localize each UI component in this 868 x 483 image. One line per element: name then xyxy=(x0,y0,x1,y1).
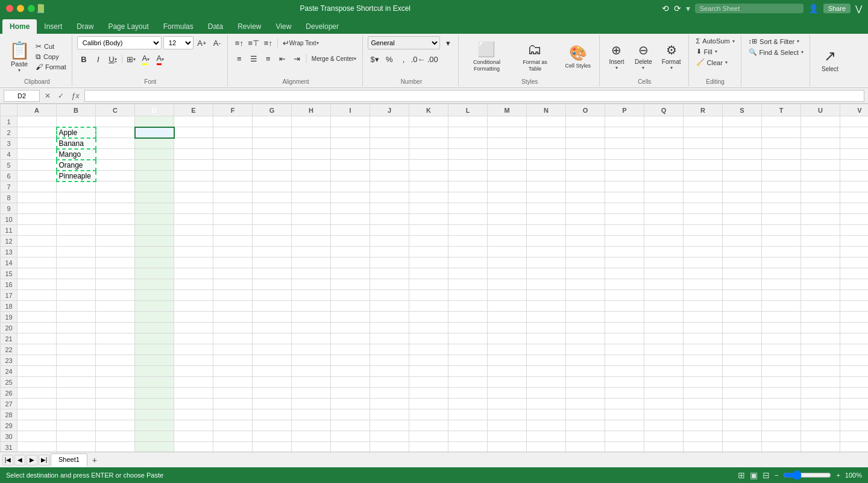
row-header-10[interactable]: 10 xyxy=(1,214,17,225)
cell-P16[interactable] xyxy=(605,279,644,290)
cell-B25[interactable] xyxy=(57,377,96,388)
cell-B29[interactable] xyxy=(57,420,96,431)
cell-Q2[interactable] xyxy=(644,127,684,138)
cell-K15[interactable] xyxy=(409,268,448,279)
cell-R26[interactable] xyxy=(684,388,723,399)
cell-R31[interactable] xyxy=(684,442,723,452)
cell-F2[interactable] xyxy=(213,127,253,138)
cell-E6[interactable] xyxy=(174,171,213,182)
cell-F10[interactable] xyxy=(213,214,253,225)
cell-V23[interactable] xyxy=(840,355,869,366)
cell-T17[interactable] xyxy=(762,290,801,301)
cell-N12[interactable] xyxy=(527,236,566,247)
cell-U10[interactable] xyxy=(801,214,840,225)
cell-V1[interactable] xyxy=(840,116,869,127)
cell-U12[interactable] xyxy=(801,236,840,247)
close-button[interactable] xyxy=(6,5,13,12)
cell-J22[interactable] xyxy=(370,344,409,355)
decrease-font-button[interactable]: A- xyxy=(210,36,224,49)
cell-N17[interactable] xyxy=(527,290,566,301)
cell-A30[interactable] xyxy=(17,431,57,442)
cell-C27[interactable] xyxy=(96,399,135,409)
fill-color-button[interactable]: A ▾ xyxy=(139,52,153,66)
cell-B3[interactable]: Banana xyxy=(57,138,96,149)
cell-T15[interactable] xyxy=(762,268,801,279)
cell-C29[interactable] xyxy=(96,420,135,431)
cell-C20[interactable] xyxy=(96,323,135,333)
cell-G25[interactable] xyxy=(253,377,292,388)
cell-E13[interactable] xyxy=(174,247,213,257)
cell-C23[interactable] xyxy=(96,355,135,366)
cell-F29[interactable] xyxy=(213,420,253,431)
cell-D1[interactable] xyxy=(135,116,174,127)
cell-B7[interactable] xyxy=(57,182,96,192)
cell-P30[interactable] xyxy=(605,431,644,442)
cell-N24[interactable] xyxy=(527,366,566,377)
cell-T13[interactable] xyxy=(762,247,801,257)
spreadsheet-scroll-area[interactable]: A B C D E F G H I J K L M N O P Q xyxy=(0,104,868,452)
cell-G23[interactable] xyxy=(253,355,292,366)
cell-C13[interactable] xyxy=(96,247,135,257)
cell-L12[interactable] xyxy=(448,236,488,247)
cell-V5[interactable] xyxy=(840,160,869,171)
cell-R29[interactable] xyxy=(684,420,723,431)
cell-B8[interactable] xyxy=(57,192,96,203)
cell-P19[interactable] xyxy=(605,312,644,323)
cell-E9[interactable] xyxy=(174,203,213,214)
cell-N25[interactable] xyxy=(527,377,566,388)
cell-styles-button[interactable]: 🎨 Cell Styles xyxy=(560,42,596,72)
cell-U5[interactable] xyxy=(801,160,840,171)
cell-Q20[interactable] xyxy=(644,323,684,333)
cell-I18[interactable] xyxy=(331,301,370,312)
cell-F23[interactable] xyxy=(213,355,253,366)
cell-E10[interactable] xyxy=(174,214,213,225)
cell-O10[interactable] xyxy=(566,214,605,225)
cell-S7[interactable] xyxy=(723,182,762,192)
insert-dropdown[interactable]: ▾ xyxy=(615,65,618,71)
cell-G13[interactable] xyxy=(253,247,292,257)
cell-H17[interactable] xyxy=(292,290,331,301)
cell-K5[interactable] xyxy=(409,160,448,171)
row-header-15[interactable]: 15 xyxy=(1,268,17,279)
cell-I23[interactable] xyxy=(331,355,370,366)
font-size-select[interactable]: 12 xyxy=(163,36,193,49)
find-select-button[interactable]: 🔍 Find & Select ▾ xyxy=(746,47,806,57)
cell-J2[interactable] xyxy=(370,127,409,138)
cell-K21[interactable] xyxy=(409,333,448,344)
cell-B2[interactable]: Apple xyxy=(57,127,96,138)
cell-F19[interactable] xyxy=(213,312,253,323)
cell-A22[interactable] xyxy=(17,344,57,355)
cell-M11[interactable] xyxy=(488,225,527,236)
cell-C14[interactable] xyxy=(96,257,135,268)
cell-J27[interactable] xyxy=(370,399,409,409)
cell-N15[interactable] xyxy=(527,268,566,279)
cell-G31[interactable] xyxy=(253,442,292,452)
cell-B10[interactable] xyxy=(57,214,96,225)
cell-N8[interactable] xyxy=(527,192,566,203)
zoom-minus-button[interactable]: − xyxy=(775,472,778,479)
fill-button[interactable]: ⬇ Fill ▾ xyxy=(694,46,720,57)
cell-O31[interactable] xyxy=(566,442,605,452)
cell-P14[interactable] xyxy=(605,257,644,268)
cell-P20[interactable] xyxy=(605,323,644,333)
cell-H31[interactable] xyxy=(292,442,331,452)
wrap-text-button[interactable]: ↵ Wrap Text ▾ xyxy=(280,36,321,49)
cell-Q13[interactable] xyxy=(644,247,684,257)
cell-U8[interactable] xyxy=(801,192,840,203)
cell-J6[interactable] xyxy=(370,171,409,182)
cell-F9[interactable] xyxy=(213,203,253,214)
row-header-21[interactable]: 21 xyxy=(1,333,17,344)
cell-D30[interactable] xyxy=(135,431,174,442)
cell-F3[interactable] xyxy=(213,138,253,149)
cell-H9[interactable] xyxy=(292,203,331,214)
cell-I10[interactable] xyxy=(331,214,370,225)
cell-Q3[interactable] xyxy=(644,138,684,149)
cell-O29[interactable] xyxy=(566,420,605,431)
cell-C12[interactable] xyxy=(96,236,135,247)
font-color-button[interactable]: A ▾ xyxy=(154,52,167,66)
cell-P8[interactable] xyxy=(605,192,644,203)
cell-B22[interactable] xyxy=(57,344,96,355)
cell-F5[interactable] xyxy=(213,160,253,171)
cell-D23[interactable] xyxy=(135,355,174,366)
cell-B24[interactable] xyxy=(57,366,96,377)
